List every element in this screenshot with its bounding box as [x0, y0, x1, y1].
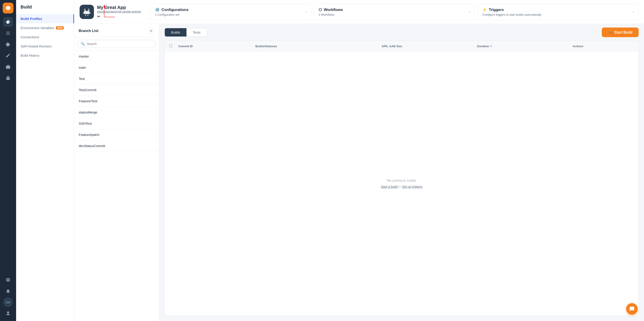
sidebar-label-self-hosted: Self-Hosted Runners [20, 44, 52, 48]
search-icon: 🔍 [81, 42, 85, 46]
builds-empty-state: No previous builds Start a build or Set … [165, 52, 638, 315]
branch-item[interactable]: main [74, 62, 159, 73]
branch-item[interactable]: devStatusCommit [74, 140, 159, 152]
app-details: My Great App appcircleio/appcircle-sampl… [97, 5, 141, 19]
branch-panel: Branch List 🔍 mastermainTestTestCommitFe… [74, 24, 159, 321]
icon-bar: CA [0, 0, 16, 321]
triggers-card-title: ⚡ Triggers [482, 8, 541, 12]
sidebar-item-build-history[interactable]: Build History [16, 51, 74, 60]
triggers-card-sub: Configure triggers to start builds autom… [482, 13, 541, 16]
svg-rect-5 [84, 11, 90, 14]
env-variables-badge: NEW [56, 26, 64, 30]
builds-toolbar: Builds Tests 🔨 Start Build [159, 24, 644, 41]
start-build-icon: 🔨 [608, 30, 612, 35]
triggers-card[interactable]: ⚡ Triggers Configure triggers to start b… [478, 4, 639, 20]
start-build-button[interactable]: 🔨 Start Build [602, 28, 639, 37]
workflows-card-sub: 2 Workflows [319, 13, 343, 16]
search-input[interactable] [87, 42, 152, 46]
tab-group: Builds Tests [164, 28, 207, 37]
configurations-card-sub: 1 Configuration set [155, 13, 188, 16]
workflow-icon: ⬡ [319, 8, 322, 12]
duration-sort-icon: ⇅ [490, 45, 492, 48]
user-avatar[interactable]: CA [3, 297, 13, 307]
triggers-card-content: ⚡ Triggers Configure triggers to start b… [482, 8, 541, 16]
content-area: Branch List 🔍 mastermainTestTestCommitFe… [74, 24, 644, 321]
header-commit-id: Commit ID [178, 45, 252, 48]
set-up-triggers-link[interactable]: Set up triggers [402, 185, 422, 188]
sidebar-label-connections: Connections [20, 35, 39, 39]
empty-text: No previous builds [387, 179, 416, 183]
tab-builds[interactable]: Builds [165, 28, 186, 37]
refresh-button[interactable] [148, 28, 154, 34]
tab-tests[interactable]: Tests [186, 28, 207, 37]
configurations-card-title: ⚙️ Configurations [155, 8, 188, 12]
svg-line-11 [88, 9, 90, 10]
builds-panel: Builds Tests 🔨 Start Build Commit ID Bui… [159, 24, 644, 321]
branch-item[interactable]: TestCommit [74, 84, 159, 96]
nav-lock-icon[interactable] [3, 73, 13, 83]
app-icon [80, 5, 94, 19]
nav-build-icon[interactable] [3, 17, 13, 27]
top-bar: My Great App appcircleio/appcircle-sampl… [74, 0, 644, 24]
sidebar-label-env-variables: Environment Variables [20, 26, 54, 30]
workflows-card-content: ⬡ Workflows 2 Workflows [319, 8, 343, 16]
chat-fab[interactable] [626, 303, 638, 315]
branch-search: 🔍 [74, 37, 159, 51]
svg-rect-2 [6, 34, 10, 35]
top-cards: ⚙️ Configurations 1 Configuration set › … [150, 4, 639, 20]
select-all-checkbox[interactable] [169, 44, 172, 47]
configurations-card-content: ⚙️ Configurations 1 Configuration set [155, 8, 188, 16]
header-builds-statuses: Builds/Statuses [255, 45, 378, 48]
svg-rect-0 [6, 32, 10, 32]
triggers-chevron-icon: › [633, 10, 634, 14]
branch-item[interactable]: master [74, 51, 159, 62]
nav-briefcase-icon[interactable] [3, 62, 13, 72]
branch-panel-title: Branch List [79, 29, 98, 33]
branch-item[interactable]: SSHTest [74, 118, 159, 129]
logo[interactable] [3, 3, 14, 14]
nav-user-icon[interactable] [3, 308, 13, 318]
trigger-icon: ⚡ [482, 8, 487, 12]
configurations-card[interactable]: ⚙️ Configurations 1 Configuration set › [150, 4, 311, 20]
builds-table: Commit ID Builds/Statuses APK, AAB Size … [164, 41, 639, 316]
workflows-card-title: ⬡ Workflows [319, 8, 343, 12]
sidebar-item-self-hosted[interactable]: Self-Hosted Runners [16, 42, 74, 51]
start-a-build-link[interactable]: Start a build [381, 185, 398, 188]
sidebar-item-connections[interactable]: Connections [16, 33, 74, 42]
sidebar-label-build-profiles: Build Profiles [20, 17, 42, 21]
nav-list-icon[interactable] [3, 28, 13, 38]
branch-item[interactable]: Feature/patch [74, 129, 159, 140]
main-content: My Great App appcircleio/appcircle-sampl… [74, 0, 644, 321]
search-wrap: 🔍 [78, 40, 156, 48]
svg-line-10 [84, 9, 85, 10]
scissors-icon: ✂ [97, 14, 100, 19]
app-info: My Great App appcircleio/appcircle-sampl… [80, 5, 147, 19]
sidebar-item-build-profiles[interactable]: Build Profiles [16, 14, 74, 23]
nav-puzzle-icon[interactable] [3, 39, 13, 49]
svg-point-4 [88, 10, 89, 11]
sidebar-label-build-history: Build History [20, 54, 39, 57]
sidebar: Build Build Profiles Environment Variabl… [16, 0, 74, 321]
branch-item[interactable]: Feature/Test [74, 96, 159, 107]
header-checkbox [169, 44, 175, 48]
header-actions: Actions [573, 45, 634, 48]
branch-panel-header: Branch List [74, 24, 159, 37]
branch-list: mastermainTestTestCommitFeature/Teststat… [74, 51, 159, 321]
branch-item[interactable]: Test [74, 73, 159, 84]
configurations-chevron-icon: › [306, 10, 306, 14]
sidebar-item-env-variables[interactable]: Environment Variables NEW [16, 23, 74, 33]
header-size: APK, AAB Size [382, 45, 474, 48]
nav-pen-icon[interactable] [3, 51, 13, 61]
svg-rect-1 [6, 33, 10, 33]
workflows-chevron-icon: › [469, 10, 470, 14]
config-icon: ⚙️ [155, 8, 160, 12]
builds-table-header: Commit ID Builds/Statuses APK, AAB Size … [165, 41, 638, 52]
header-duration: Duration ⇅ [477, 45, 569, 48]
empty-links: Start a build or Set up triggers [381, 185, 422, 188]
nav-bell-icon[interactable] [3, 286, 13, 296]
svg-point-3 [85, 10, 86, 11]
sidebar-title: Build [16, 5, 74, 14]
branch-item[interactable]: statusMerge [74, 107, 159, 118]
workflows-card[interactable]: ⬡ Workflows 2 Workflows › [314, 4, 475, 20]
nav-gear-icon[interactable] [3, 275, 13, 285]
